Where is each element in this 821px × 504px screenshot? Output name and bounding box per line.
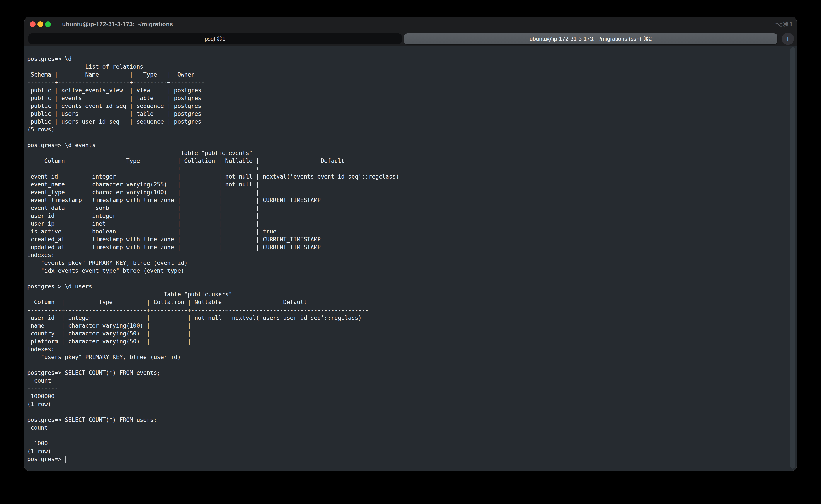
terminal-prompt: postgres=> <box>27 455 65 463</box>
tab-ssh-migrations-label: ubuntu@ip-172-31-3-173: ~/migrations (ss… <box>530 36 652 42</box>
minimize-window-button[interactable] <box>37 21 43 27</box>
scrollbar-thumb[interactable] <box>790 47 795 469</box>
tab-psql[interactable]: psql ⌘1 <box>28 33 402 44</box>
window-title: ubuntu@ip-172-31-3-173: ~/migrations <box>62 21 173 28</box>
terminal-output: postgres=> \d List of relations Schema |… <box>27 55 790 455</box>
terminal-prompt-line: postgres=> <box>27 455 790 463</box>
terminal-content[interactable]: postgres=> \d List of relations Schema |… <box>24 46 797 471</box>
tab-ssh-migrations[interactable]: ubuntu@ip-172-31-3-173: ~/migrations (ss… <box>404 33 777 44</box>
window-controls <box>30 21 51 27</box>
terminal-cursor <box>65 456 66 463</box>
terminal-window: ubuntu@ip-172-31-3-173: ~/migrations ⌥⌘1… <box>24 17 797 471</box>
close-window-button[interactable] <box>30 21 36 27</box>
new-tab-button[interactable]: + <box>782 33 794 45</box>
zoom-window-button[interactable] <box>45 21 51 27</box>
window-titlebar: ubuntu@ip-172-31-3-173: ~/migrations ⌥⌘1 <box>24 17 797 31</box>
tab-bar: psql ⌘1 ubuntu@ip-172-31-3-173: ~/migrat… <box>24 31 797 46</box>
tab-psql-label: psql ⌘1 <box>205 36 225 42</box>
window-shortcut-hint: ⌥⌘1 <box>775 21 797 28</box>
